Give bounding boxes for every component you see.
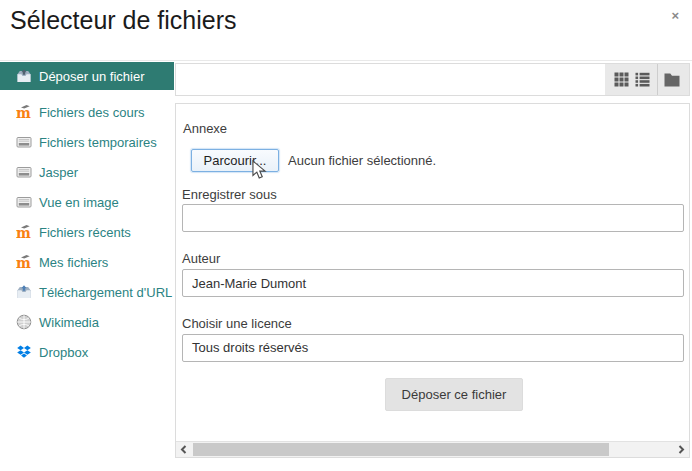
- scroll-right-icon[interactable]: [675, 444, 687, 455]
- window-icon: [16, 194, 32, 210]
- sidebar-item-deposer-un-fichier[interactable]: Déposer un fichier: [0, 62, 174, 90]
- sidebar-item-vue-en-image[interactable]: Vue en image: [0, 187, 174, 217]
- author-input[interactable]: [182, 269, 684, 297]
- dropbox-icon: [16, 344, 32, 360]
- sidebar-item-telechargement-url[interactable]: Téléchargement d'URL: [0, 277, 174, 307]
- sidebar-item-label: Dropbox: [39, 345, 88, 360]
- sidebar-item-label: Fichiers récents: [39, 225, 131, 240]
- browse-button[interactable]: Parcourir...: [191, 149, 279, 172]
- sidebar-item-wikimedia[interactable]: Wikimedia: [0, 307, 174, 337]
- header-divider: [0, 60, 692, 61]
- attachment-label: Annexe: [183, 121, 227, 136]
- folder-icon[interactable]: [664, 73, 680, 87]
- upload-form-panel: Annexe Parcourir... Aucun fichier sélect…: [175, 103, 690, 458]
- grid-view-icon[interactable]: [614, 72, 629, 87]
- file-picker-dialog: Sélecteur de fichiers × Déposer un fichi…: [0, 0, 692, 471]
- save-as-input[interactable]: [182, 204, 684, 232]
- close-icon[interactable]: ×: [671, 9, 679, 22]
- view-mode-group: [605, 64, 689, 95]
- save-as-label: Enregistrer sous: [182, 187, 277, 202]
- page-title: Sélecteur de fichiers: [10, 6, 237, 35]
- upload-file-button[interactable]: Déposer ce fichier: [385, 378, 523, 411]
- sidebar-item-jasper[interactable]: Jasper: [0, 157, 174, 187]
- sidebar-item-dropbox[interactable]: Dropbox: [0, 337, 174, 367]
- sidebar-item-fichiers-recents[interactable]: m Fichiers récents: [0, 217, 174, 247]
- sidebar-item-label: Fichiers des cours: [39, 105, 144, 120]
- moodle-icon: m: [16, 224, 32, 240]
- upload-icon: [16, 284, 32, 300]
- license-label: Choisir une licence: [182, 316, 292, 331]
- sidebar-item-label: Mes fichiers: [39, 255, 108, 270]
- sidebar-item-label: Fichiers temporaires: [39, 135, 157, 150]
- moodle-icon: m: [16, 104, 32, 120]
- author-label: Auteur: [182, 251, 220, 266]
- sidebar-item-label: Wikimedia: [39, 315, 99, 330]
- horizontal-scrollbar[interactable]: [176, 441, 689, 457]
- no-file-selected-text: Aucun fichier sélectionné.: [288, 153, 436, 168]
- scroll-left-icon[interactable]: [178, 444, 190, 455]
- toolbar-separator: [657, 64, 658, 95]
- sidebar-item-mes-fichiers[interactable]: m Mes fichiers: [0, 247, 174, 277]
- scrollbar-thumb[interactable]: [193, 443, 609, 456]
- sidebar-item-label: Vue en image: [39, 195, 119, 210]
- moodle-icon: m: [16, 254, 32, 270]
- sidebar-item-label: Téléchargement d'URL: [39, 285, 172, 300]
- repository-sidebar: Déposer un fichier m Fichiers des cours …: [0, 62, 174, 367]
- sidebar-item-label: Jasper: [39, 165, 78, 180]
- list-view-icon[interactable]: [635, 72, 650, 87]
- window-icon: [16, 164, 32, 180]
- window-icon: [16, 134, 32, 150]
- sidebar-item-fichiers-temporaires[interactable]: Fichiers temporaires: [0, 127, 174, 157]
- license-select[interactable]: Tous droits réservés: [182, 334, 684, 362]
- upload-icon: [16, 68, 32, 84]
- filepicker-toolbar: [175, 63, 690, 96]
- sidebar-item-label: Déposer un fichier: [39, 69, 145, 84]
- sidebar-item-fichiers-des-cours[interactable]: m Fichiers des cours: [0, 97, 174, 127]
- wikimedia-icon: [16, 314, 32, 330]
